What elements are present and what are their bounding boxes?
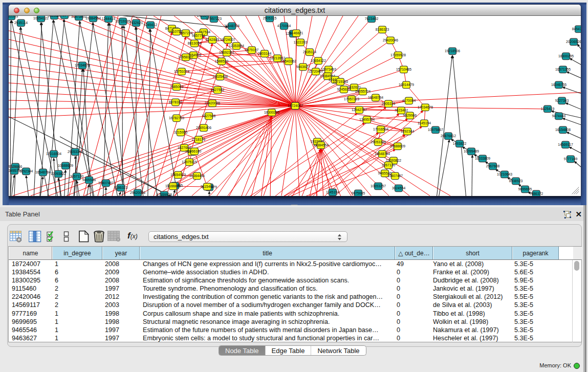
svg-text:9115460: 9115460 — [201, 185, 214, 188]
svg-text:16571355: 16571355 — [555, 68, 571, 71]
svg-text:1244415: 1244415 — [102, 17, 116, 20]
svg-text:18724007: 18724007 — [288, 104, 303, 107]
svg-text:2905315: 2905315 — [382, 102, 396, 105]
svg-text:10719185: 10719185 — [333, 80, 348, 83]
svg-text:10807487: 10807487 — [98, 181, 114, 185]
svg-text:18300295: 18300295 — [264, 111, 279, 114]
svg-text:15751074: 15751074 — [174, 70, 189, 73]
svg-text:20206526: 20206526 — [566, 40, 581, 43]
svg-text:22420046: 22420046 — [205, 101, 220, 105]
svg-text:8427552: 8427552 — [211, 88, 225, 92]
svg-text:29420046: 29420046 — [130, 191, 145, 194]
svg-text:20364436: 20364436 — [189, 174, 205, 178]
svg-text:12942757: 12942757 — [352, 108, 367, 112]
svg-text:7485063: 7485063 — [170, 85, 184, 89]
svg-text:1325419: 1325419 — [541, 107, 555, 111]
svg-text:8813054: 8813054 — [188, 41, 202, 45]
svg-text:4170064: 4170064 — [277, 24, 291, 28]
svg-text:16548784: 16548784 — [35, 170, 51, 174]
svg-text:16914479: 16914479 — [399, 83, 414, 86]
svg-text:10807487: 10807487 — [387, 174, 403, 178]
svg-text:9474444: 9474444 — [552, 114, 566, 118]
svg-text:17016504: 17016504 — [373, 127, 388, 131]
svg-text:10973493: 10973493 — [321, 68, 336, 71]
svg-text:20691406: 20691406 — [196, 126, 211, 129]
svg-text:1322203: 1322203 — [294, 40, 308, 44]
svg-text:19166825: 19166825 — [165, 184, 181, 188]
svg-text:16648784: 16648784 — [368, 96, 383, 99]
svg-text:8878332: 8878332 — [169, 100, 183, 104]
svg-text:2967608: 2967608 — [486, 164, 500, 168]
svg-text:29420046: 29420046 — [383, 38, 398, 42]
svg-text:9699695: 9699695 — [518, 187, 532, 191]
svg-text:10025438: 10025438 — [212, 75, 228, 78]
svg-text:10688609: 10688609 — [58, 164, 73, 167]
svg-text:18724007: 18724007 — [220, 38, 235, 41]
svg-text:15710485: 15710485 — [396, 68, 411, 71]
svg-text:1292344: 1292344 — [19, 169, 33, 173]
svg-text:3267130: 3267130 — [382, 163, 396, 167]
svg-text:17034678: 17034678 — [418, 105, 433, 109]
svg-text:4170064: 4170064 — [402, 99, 416, 102]
svg-text:12975115: 12975115 — [182, 160, 197, 164]
svg-text:16046755: 16046755 — [551, 83, 567, 86]
svg-text:17359928: 17359928 — [390, 53, 406, 57]
svg-text:3215955: 3215955 — [174, 130, 188, 134]
svg-text:24055724: 24055724 — [355, 90, 371, 93]
svg-text:2718176: 2718176 — [192, 138, 206, 141]
svg-text:9327508: 9327508 — [202, 114, 216, 118]
svg-text:16154808: 16154808 — [555, 128, 571, 132]
svg-text:9777169: 9777169 — [564, 157, 578, 161]
svg-text:17957223: 17957223 — [344, 97, 359, 101]
svg-text:10654122: 10654122 — [311, 59, 326, 62]
svg-text:19654923: 19654923 — [170, 173, 186, 177]
svg-text:9245612: 9245612 — [144, 23, 158, 27]
svg-text:1322203: 1322203 — [9, 16, 18, 18]
svg-text:10958107: 10958107 — [178, 55, 193, 59]
svg-text:9875685: 9875685 — [352, 191, 365, 195]
svg-text:17034678: 17034678 — [75, 63, 90, 67]
svg-text:12093822: 12093822 — [51, 172, 66, 176]
svg-text:1588520: 1588520 — [215, 59, 229, 63]
svg-text:2803144: 2803144 — [258, 52, 272, 55]
svg-text:10653257: 10653257 — [371, 184, 386, 188]
svg-text:2935114: 2935114 — [14, 21, 28, 25]
svg-text:7857224: 7857224 — [179, 31, 193, 35]
svg-text:29053346: 29053346 — [68, 150, 83, 154]
svg-text:9146821: 9146821 — [290, 31, 303, 35]
svg-text:29053346: 29053346 — [371, 140, 386, 144]
svg-text:16099489: 16099489 — [464, 149, 479, 153]
svg-text:3267130: 3267130 — [70, 174, 84, 178]
svg-text:1145194: 1145194 — [326, 190, 339, 194]
svg-text:10975867: 10975867 — [428, 128, 443, 132]
svg-text:9245612: 9245612 — [337, 87, 351, 91]
svg-text:17016504: 17016504 — [46, 152, 61, 156]
svg-text:10210643: 10210643 — [497, 172, 512, 176]
svg-text:14569117: 14569117 — [558, 143, 573, 146]
svg-text:1145194: 1145194 — [418, 121, 431, 125]
svg-text:7623402: 7623402 — [365, 17, 379, 20]
svg-text:19384554: 19384554 — [85, 16, 101, 20]
svg-text:8186323: 8186323 — [376, 28, 389, 31]
svg-text:6466160: 6466160 — [188, 149, 202, 153]
svg-text:9242845: 9242845 — [206, 38, 220, 41]
svg-text:1493822: 1493822 — [453, 142, 467, 145]
svg-text:7623402: 7623402 — [395, 108, 408, 112]
svg-text:17957223: 17957223 — [206, 17, 222, 20]
svg-text:9857791: 9857791 — [192, 34, 206, 37]
svg-text:8938923: 8938923 — [509, 179, 523, 183]
svg-text:1292344: 1292344 — [401, 129, 415, 133]
svg-text:19384554: 19384554 — [313, 143, 329, 147]
svg-text:18300295: 18300295 — [558, 54, 574, 58]
svg-text:2905315: 2905315 — [263, 16, 277, 20]
svg-text:13495794: 13495794 — [359, 118, 375, 121]
svg-text:12353594: 12353594 — [229, 44, 244, 48]
svg-text:9227343: 9227343 — [555, 99, 569, 102]
svg-text:10973493: 10973493 — [71, 16, 86, 18]
svg-text:8186323: 8186323 — [114, 186, 128, 189]
svg-text:20876812: 20876812 — [441, 134, 456, 138]
svg-text:16648784: 16648784 — [224, 24, 239, 28]
svg-text:16033809: 16033809 — [475, 157, 490, 160]
svg-text:3024554: 3024554 — [392, 186, 406, 190]
svg-text:16548784: 16548784 — [375, 152, 390, 156]
